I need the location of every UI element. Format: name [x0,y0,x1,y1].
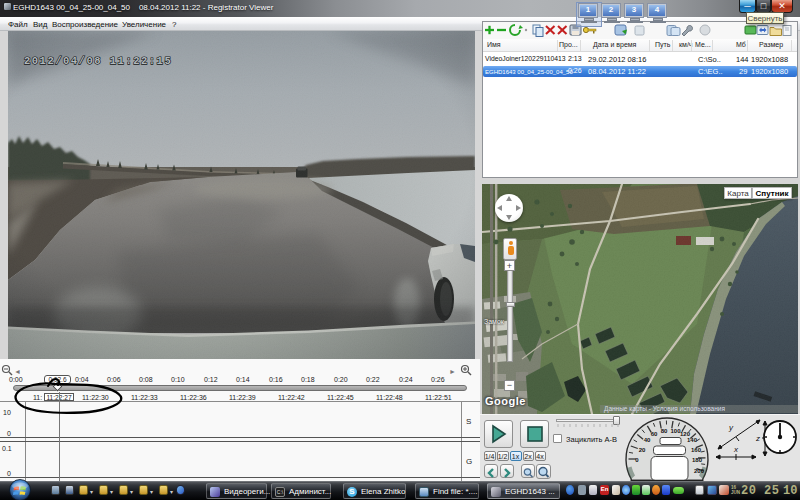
svg-text:Данные карты - Условия использ: Данные карты - Условия использования [604,405,725,413]
svg-text:160: 160 [691,447,702,453]
svg-text:60: 60 [651,431,658,437]
svg-text:y: y [728,423,734,432]
svg-text:z: z [755,434,760,443]
svg-text:20: 20 [639,447,646,453]
svg-text:2012/04/08 11:22:15: 2012/04/08 11:22:15 [24,55,172,67]
svg-text:140: 140 [687,437,698,443]
svg-text:x: x [733,445,739,454]
svg-text:200: 200 [694,468,705,474]
svg-text:80: 80 [661,428,668,434]
svg-text:40: 40 [644,437,651,443]
svg-text:180: 180 [692,457,703,463]
